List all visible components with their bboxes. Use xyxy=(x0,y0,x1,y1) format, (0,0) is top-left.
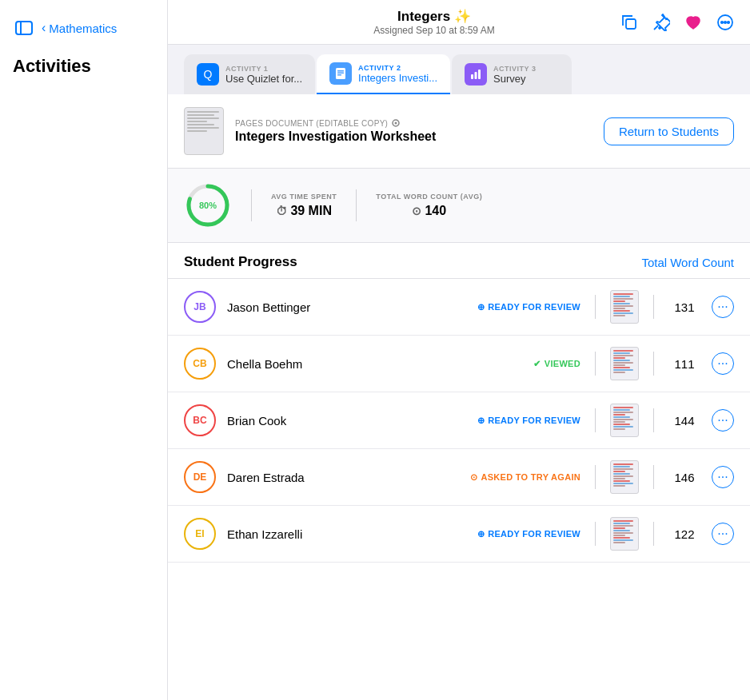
svg-line-3 xyxy=(654,26,658,30)
svg-rect-0 xyxy=(16,22,32,34)
status-icon: ⊕ xyxy=(477,529,485,539)
divider xyxy=(653,465,654,489)
tab-activity-2[interactable]: ACTIVITY 2 Integers Investi... xyxy=(317,54,450,94)
divider xyxy=(595,522,596,546)
student-row: DE Daren Estrada ⊙ ASKED TO TRY AGAIN xyxy=(168,449,750,506)
document-name: Integers Investigation Worksheet xyxy=(235,129,436,144)
back-navigation[interactable]: ‹ Mathematics xyxy=(42,21,117,35)
more-options-button[interactable]: ··· xyxy=(712,466,734,488)
activity-tabs: Q ACTIVITY 1 Use Quizlet for... ACTIVITY… xyxy=(168,45,750,94)
more-options-button[interactable]: ··· xyxy=(712,296,734,318)
student-row: EI Ethan Izzarelli ⊕ READY FOR REVIEW xyxy=(168,506,750,563)
student-document-thumbnail xyxy=(610,404,639,437)
word-count-value: 111 xyxy=(668,357,700,371)
tab-1-number: ACTIVITY 1 xyxy=(225,65,302,73)
student-avatar: EI xyxy=(184,518,216,550)
divider xyxy=(595,465,596,489)
document-info: PAGES DOCUMENT (EDITABLE COPY) Integers … xyxy=(184,107,436,155)
tab-1-icon: Q xyxy=(197,63,219,86)
svg-rect-10 xyxy=(337,73,344,74)
more-options-button[interactable]: ··· xyxy=(712,409,734,432)
tab-3-number: ACTIVITY 3 xyxy=(493,65,536,73)
tab-1-label: Use Quizlet for... xyxy=(225,73,302,85)
student-name: Ethan Izzarelli xyxy=(227,527,347,541)
status-badge: ⊕ READY FOR REVIEW xyxy=(477,302,580,312)
student-status-area: ⊕ READY FOR REVIEW 122 ··· xyxy=(347,517,734,551)
status-icon: ⊕ xyxy=(477,416,485,426)
pin-icon[interactable] xyxy=(652,14,670,31)
topbar-actions xyxy=(620,14,734,31)
student-avatar: JB xyxy=(184,291,216,323)
student-row: BC Brian Cook ⊕ READY FOR REVIEW 144 xyxy=(168,392,750,449)
chevron-left-icon: ‹ xyxy=(42,21,46,35)
student-name: Daren Estrada xyxy=(227,471,347,484)
student-avatar: BC xyxy=(184,404,216,436)
divider xyxy=(595,408,596,432)
clock-icon: ⏱ xyxy=(276,205,287,217)
tab-2-icon xyxy=(329,62,352,85)
stat-divider-2 xyxy=(356,189,357,221)
sidebar: ‹ Mathematics Activities xyxy=(0,0,168,700)
svg-point-7 xyxy=(728,21,729,22)
student-status-area: ⊕ READY FOR REVIEW 131 ··· xyxy=(347,290,734,324)
tab-3-label: Survey xyxy=(493,73,536,85)
student-document-thumbnail xyxy=(610,347,639,380)
stat-divider-1 xyxy=(251,189,252,221)
checkmark-circle-icon: ⊙ xyxy=(412,205,421,217)
svg-rect-2 xyxy=(626,19,636,29)
more-options-button[interactable]: ··· xyxy=(712,352,734,375)
status-text: READY FOR REVIEW xyxy=(488,529,580,539)
status-badge: ⊙ ASKED TO TRY AGAIN xyxy=(470,472,580,483)
svg-point-6 xyxy=(724,21,726,22)
student-name: Chella Boehm xyxy=(227,357,347,371)
sidebar-toggle-icon[interactable] xyxy=(13,19,35,37)
copy-icon[interactable] xyxy=(620,14,638,31)
status-icon: ✔ xyxy=(533,359,541,369)
student-avatar: CB xyxy=(184,348,216,380)
student-name: Jason Bettinger xyxy=(227,300,347,314)
sidebar-header: ‹ Mathematics xyxy=(0,13,167,50)
tab-activity-3[interactable]: ACTIVITY 3 Survey xyxy=(452,54,572,94)
divider xyxy=(595,295,596,319)
divider xyxy=(595,352,596,376)
avg-time-label: AVG TIME SPENT xyxy=(271,193,337,201)
progress-circle: 80% xyxy=(184,181,232,229)
page-title: Integers ✨ xyxy=(373,8,494,25)
student-status-area: ✔ VIEWED 111 ··· xyxy=(347,347,734,380)
svg-point-5 xyxy=(721,21,723,22)
topbar: Integers ✨ Assigned Sep 10 at 8:59 AM xyxy=(168,0,750,45)
student-avatar: DE xyxy=(184,461,216,493)
avg-time-value: ⏱ 39 MIN xyxy=(276,204,332,218)
students-list: JB Jason Bettinger ⊕ READY FOR REVIEW xyxy=(168,279,750,563)
total-word-count-label: Total Word Count xyxy=(641,256,734,269)
more-icon[interactable] xyxy=(716,14,734,31)
student-status-area: ⊕ READY FOR REVIEW 144 ··· xyxy=(347,404,734,437)
status-text: READY FOR REVIEW xyxy=(488,416,580,425)
heart-icon[interactable] xyxy=(684,14,702,31)
word-count-value: 144 xyxy=(668,414,700,428)
tab-2-number: ACTIVITY 2 xyxy=(358,64,437,72)
student-progress-title: Student Progress xyxy=(184,254,297,270)
document-row: PAGES DOCUMENT (EDITABLE COPY) Integers … xyxy=(168,94,750,169)
topbar-center: Integers ✨ Assigned Sep 10 at 8:59 AM xyxy=(373,8,494,36)
svg-rect-12 xyxy=(471,74,473,79)
student-row: JB Jason Bettinger ⊕ READY FOR REVIEW xyxy=(168,279,750,336)
divider xyxy=(653,352,654,376)
more-options-button[interactable]: ··· xyxy=(712,523,734,545)
student-status-area: ⊙ ASKED TO TRY AGAIN 146 ··· xyxy=(347,460,734,494)
status-icon: ⊙ xyxy=(470,472,477,483)
svg-point-16 xyxy=(395,122,397,125)
status-badge: ⊕ READY FOR REVIEW xyxy=(477,529,580,539)
status-text: VIEWED xyxy=(545,359,580,368)
word-count-stat: TOTAL WORD COUNT (AVG) ⊙ 140 xyxy=(376,193,482,218)
word-count-value: 131 xyxy=(668,300,700,314)
stats-row: 80% AVG TIME SPENT ⏱ 39 MIN TOTAL WORD C… xyxy=(168,169,750,243)
word-count-value: 146 xyxy=(668,471,700,484)
return-to-students-button[interactable]: Return to Students xyxy=(604,117,734,145)
svg-rect-13 xyxy=(475,72,477,79)
status-icon: ⊕ xyxy=(477,302,485,312)
tab-activity-1[interactable]: Q ACTIVITY 1 Use Quizlet for... xyxy=(184,54,315,94)
tab-2-label: Integers Investi... xyxy=(358,72,437,84)
divider xyxy=(653,295,654,319)
status-text: READY FOR REVIEW xyxy=(488,302,580,312)
